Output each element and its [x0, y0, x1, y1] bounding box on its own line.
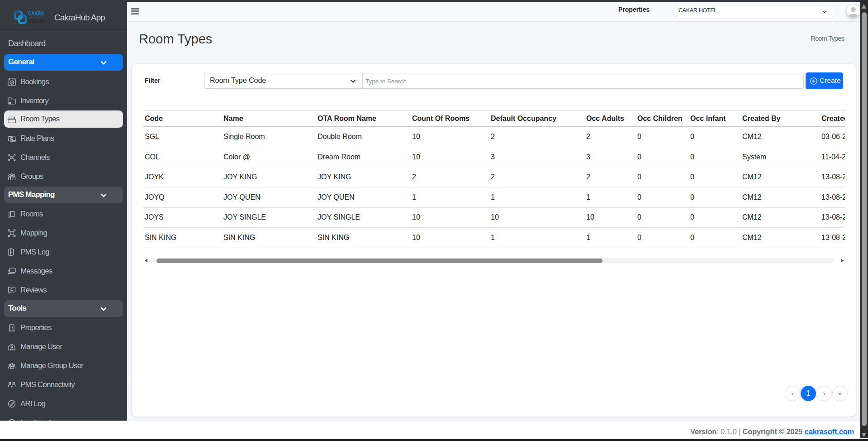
svg-text:HUB: HUB [28, 17, 45, 24]
svg-text:CAKRA: CAKRA [28, 10, 44, 17]
